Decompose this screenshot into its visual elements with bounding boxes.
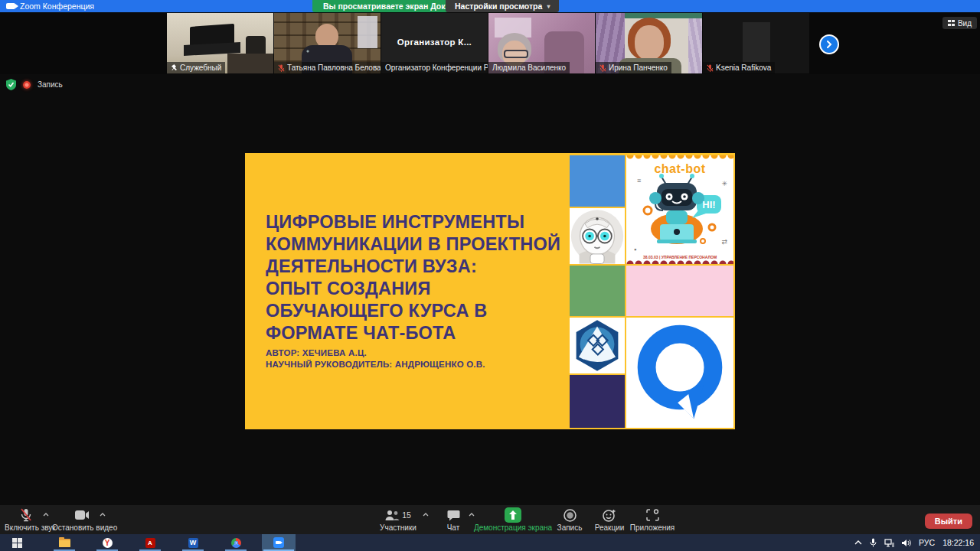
chrome-icon xyxy=(231,538,241,548)
collage-hexagon-logo xyxy=(570,318,625,373)
start-button[interactable] xyxy=(0,534,34,551)
participant-name-label: Служебный xyxy=(167,62,225,73)
tray-expand-chevron-icon[interactable] xyxy=(854,540,862,545)
scallop-border-bottom xyxy=(626,258,733,264)
slide-authors: АВТОР: ХЕЧИЕВА А.Ц. НАУЧНЫЙ РУКОВОДИТЕЛЬ… xyxy=(266,347,485,370)
participant-name-label: Татьяна Павловна Белова xyxy=(274,62,381,73)
clock[interactable]: 18:22:16 xyxy=(942,538,974,547)
participant-name: Ksenia Rafikova xyxy=(716,64,771,72)
participant-name: Людмила Василенко xyxy=(492,64,566,72)
collage-chatbot-card: chat-bot ≡ ✳ ▪ ⇄ xyxy=(626,155,733,264)
slide-title-line: ЦИФРОВЫЕ ИНСТРУМЕНТЫ xyxy=(266,211,560,233)
participant-name: Служебный xyxy=(180,64,221,72)
slide-title-line: ФОРМАТЕ ЧАТ-БОТА xyxy=(266,322,560,344)
participant-name-label: Ksenia Rafikova xyxy=(703,62,775,73)
participant-name: Ирина Панченко xyxy=(609,64,668,72)
yandex-browser-icon: Y xyxy=(103,538,113,548)
video-camera-icon xyxy=(74,510,90,520)
next-participants-button[interactable] xyxy=(819,34,839,54)
participant-video-2[interactable]: Организатор К... Организатор Конференции… xyxy=(381,13,488,73)
share-screen-button[interactable]: Демонстрация экрана xyxy=(470,507,556,532)
taskbar-acrobat[interactable]: A xyxy=(133,534,167,551)
slide-supervisor-line: НАУЧНЫЙ РУКОВОДИТЕЛЬ: АНДРЮЩЕНКО О.В. xyxy=(266,359,485,370)
participant-name-label: Организатор Конференции РОС xyxy=(381,62,488,73)
tray-volume-icon[interactable] xyxy=(902,539,911,547)
taskbar-word[interactable]: W xyxy=(176,534,210,551)
windows-taskbar: Y A W РУС 18:22:16 xyxy=(0,534,980,551)
participant-name: Татьяна Павловна Белова xyxy=(287,64,381,72)
view-settings-button[interactable]: Настройки просмотра ▾ xyxy=(446,0,559,12)
record-button[interactable]: Запись xyxy=(553,507,586,532)
stop-video-button[interactable]: Остановить видео xyxy=(52,507,112,532)
system-tray: РУС 18:22:16 xyxy=(854,538,980,547)
participant-video-1[interactable]: Татьяна Павловна Белова xyxy=(274,13,381,73)
participant-name-label: Ирина Панченко xyxy=(596,62,671,73)
record-icon xyxy=(564,509,577,522)
collage-pink-tile xyxy=(626,266,733,316)
participant-name-label: Людмила Василенко xyxy=(488,62,570,73)
collage-blue-tile xyxy=(570,155,625,207)
apps-label: Приложения xyxy=(625,523,680,532)
slide-title-line: ОБУЧАЮЩЕГО КУРСА В xyxy=(266,300,560,322)
participant-video-4[interactable]: Ирина Панченко xyxy=(596,13,702,73)
participants-label: Участники xyxy=(374,523,423,532)
acrobat-pdf-icon: A xyxy=(145,538,155,548)
leave-meeting-button[interactable]: Выйти xyxy=(925,514,972,529)
scallop-border-top xyxy=(626,155,733,161)
robot-head-image xyxy=(570,208,625,264)
mic-muted-icon xyxy=(599,64,606,72)
tray-microphone-icon[interactable] xyxy=(870,538,877,547)
apps-button[interactable]: Приложения xyxy=(625,507,680,532)
view-button-label: Вид xyxy=(958,19,972,28)
shared-screen-slide: ЦИФРОВЫЕ ИНСТРУМЕНТЫ КОММУНИКАЦИИ В ПРОЕ… xyxy=(245,153,735,429)
status-indicators: Запись xyxy=(6,79,63,90)
unmute-label: Включить звук xyxy=(5,523,47,532)
stop-video-label: Остановить видео xyxy=(52,523,112,532)
chat-label: Чат xyxy=(436,523,470,532)
mic-options-chevron-icon[interactable] xyxy=(43,513,49,517)
participants-button[interactable]: 15 Участники xyxy=(374,507,423,532)
tray-network-icon[interactable] xyxy=(884,539,894,547)
slide-image-collage: chat-bot ≡ ✳ ▪ ⇄ xyxy=(570,155,733,427)
mic-muted-icon xyxy=(278,64,285,72)
reactions-smiley-icon xyxy=(603,509,616,522)
pin-icon xyxy=(171,64,178,72)
slide-author-line: АВТОР: ХЕЧИЕВА А.Ц. xyxy=(266,347,485,359)
share-screen-icon xyxy=(505,507,521,523)
participant-video-3[interactable]: Людмила Василенко xyxy=(488,13,595,73)
video-options-chevron-icon[interactable] xyxy=(100,513,106,517)
windows-logo-icon xyxy=(12,538,22,548)
speech-bubble-logo-image xyxy=(626,318,733,428)
encryption-shield-icon xyxy=(6,79,16,90)
reactions-button[interactable]: Реакции xyxy=(590,507,629,532)
chatbot-robot-illustration: HI! xyxy=(637,174,723,250)
participant-name: Организатор Конференции РОС xyxy=(385,64,488,72)
taskbar-yandex-browser[interactable]: Y xyxy=(90,534,124,551)
language-indicator[interactable]: РУС xyxy=(919,538,935,547)
zoom-meeting-window: Zoom Конференция Вы просматриваете экран… xyxy=(0,0,980,551)
chat-button[interactable]: Чат xyxy=(436,507,470,532)
word-icon: W xyxy=(188,538,198,548)
collage-robot-photo xyxy=(570,208,625,264)
record-label: Запись xyxy=(553,523,586,532)
taskbar-file-explorer[interactable] xyxy=(47,534,81,551)
chat-bubble-icon xyxy=(447,510,460,521)
slide-title-line: КОММУНИКАЦИИ В ПРОЕКТНОЙ xyxy=(266,233,560,256)
taskbar-chrome[interactable] xyxy=(219,534,253,551)
participant-video-0[interactable]: Служебный xyxy=(167,13,273,73)
reactions-label: Реакции xyxy=(590,523,629,532)
recording-label: Запись xyxy=(38,80,63,89)
apps-icon xyxy=(646,509,659,521)
participant-video-5[interactable]: Ksenia Rafikova xyxy=(703,13,809,73)
chevron-down-icon: ▾ xyxy=(547,3,550,10)
taskbar-zoom-active[interactable] xyxy=(262,534,296,551)
zoom-app-icon xyxy=(273,537,284,548)
collage-dialog-logo xyxy=(626,318,733,428)
participant-center-name: Организатор К... xyxy=(381,37,488,47)
participants-icon xyxy=(385,510,400,521)
unmute-button[interactable]: Включить звук xyxy=(5,507,47,532)
view-settings-label: Настройки просмотра xyxy=(455,2,542,11)
collage-green-tile xyxy=(570,266,625,316)
view-layout-button[interactable]: Вид xyxy=(942,17,977,29)
participants-options-chevron-icon[interactable] xyxy=(423,513,429,517)
